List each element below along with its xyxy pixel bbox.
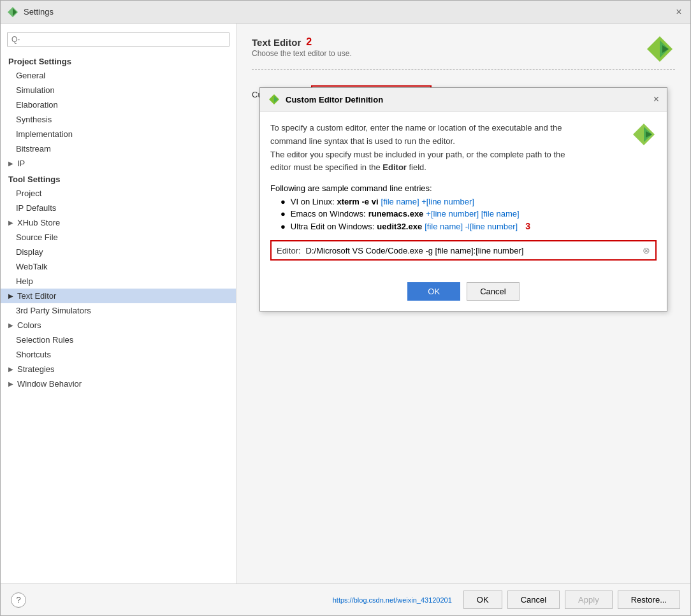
right-panel: Text Editor 2 Choose the text editor to … [236, 24, 690, 584]
editor-input-field[interactable] [306, 246, 637, 255]
dialog-cancel-button[interactable]: Cancel [467, 282, 519, 301]
sidebar-item-text-editor[interactable]: ▶Text Editor [1, 289, 236, 303]
step-2-badge: 2 [306, 36, 312, 48]
sidebar: Project Settings General Simulation Elab… [1, 24, 236, 584]
window-title: Settings [24, 7, 54, 17]
sidebar-item-bitstream[interactable]: Bitstream [1, 141, 236, 156]
sidebar-item-selection-rules[interactable]: Selection Rules [1, 333, 236, 347]
sidebar-item-general[interactable]: General [1, 68, 236, 83]
main-content: Project Settings General Simulation Elab… [1, 24, 690, 584]
dialog-title-text: Custom Editor Definition [286, 95, 383, 104]
panel-logo [644, 34, 675, 66]
sidebar-item-implementation[interactable]: Implementation [1, 127, 236, 141]
help-button[interactable]: ? [11, 592, 26, 608]
sample-ultra: ● Ultra Edit on Windows: uedit32.exe [fi… [280, 221, 657, 231]
sidebar-item-source-file[interactable]: Source File [1, 230, 236, 245]
sidebar-item-window-behavior[interactable]: ▶Window Behavior [1, 376, 236, 391]
search-box [7, 32, 229, 47]
panel-divider [252, 69, 675, 70]
step-3-badge: 3 [525, 221, 530, 231]
dialog-buttons: OK Cancel [260, 280, 667, 311]
dialog-title-left: Custom Editor Definition [268, 93, 383, 106]
sidebar-item-help[interactable]: Help [1, 274, 236, 289]
dialog-close-button[interactable]: × [653, 94, 659, 105]
title-bar-left: Settings [7, 6, 54, 18]
sample-vi: ● VI on Linux: xterm -e vi [file name] +… [280, 197, 657, 206]
sidebar-item-strategies[interactable]: ▶Strategies [1, 362, 236, 376]
dialog-logo-icon [268, 93, 280, 106]
sidebar-item-ip-defaults[interactable]: IP Defaults [1, 201, 236, 215]
samples-label: Following are sample command line entrie… [270, 183, 657, 193]
apply-button[interactable]: Apply [565, 591, 613, 609]
sidebar-item-display[interactable]: Display [1, 245, 236, 259]
sidebar-item-shortcuts[interactable]: Shortcuts [1, 347, 236, 362]
dialog-samples: Following are sample command line entrie… [270, 183, 657, 231]
dialog-body: To specify a custom editor, enter the na… [260, 111, 667, 280]
sidebar-item-synthesis[interactable]: Synthesis [1, 112, 236, 127]
sample-emacs: ● Emacs on Windows: runemacs.exe +[line … [280, 209, 657, 218]
sidebar-item-simulation[interactable]: Simulation [1, 83, 236, 97]
sidebar-item-webtalk[interactable]: WebTalk [1, 259, 236, 274]
vivado-logo-large [644, 34, 675, 64]
panel-subtitle: Choose the text editor to use. [252, 49, 675, 58]
editor-input-label: Editor: [277, 246, 301, 255]
cancel-button[interactable]: Cancel [507, 591, 560, 609]
editor-input-row: Editor: ⊗ [270, 240, 657, 261]
dialog-body-logo [631, 122, 657, 149]
panel-title: Text Editor 2 [252, 36, 675, 48]
dialog-title-bar: Custom Editor Definition × [260, 88, 667, 111]
sidebar-item-xhub-store[interactable]: ▶XHub Store [1, 215, 236, 230]
title-bar: Settings × [1, 1, 690, 24]
close-button[interactable]: × [674, 7, 684, 17]
dialog-overlay: Custom Editor Definition × [236, 75, 690, 584]
app-icon [7, 6, 18, 18]
sidebar-item-colors[interactable]: ▶Colors [1, 318, 236, 333]
sidebar-item-elaboration[interactable]: Elaboration [1, 97, 236, 112]
settings-window: Settings × Project Settings General Simu… [0, 0, 691, 616]
bottom-bar: ? https://blog.csdn.net/weixin_43120201 … [1, 584, 690, 615]
dialog-body-logo-icon [631, 122, 657, 147]
clear-input-button[interactable]: ⊗ [643, 245, 650, 255]
search-input[interactable] [7, 32, 229, 47]
bottom-right: https://blog.csdn.net/weixin_43120201 OK… [333, 591, 680, 609]
sidebar-item-ip[interactable]: ▶IP [1, 156, 236, 171]
bottom-left: ? [11, 592, 26, 608]
project-settings-label: Project Settings [1, 53, 236, 68]
restore-button[interactable]: Restore... [618, 591, 680, 609]
dialog-description: To specify a custom editor, enter the na… [270, 122, 657, 175]
dialog-ok-button[interactable]: OK [407, 282, 460, 301]
sidebar-item-3rd-party[interactable]: 3rd Party Simulators [1, 303, 236, 318]
sidebar-item-project[interactable]: Project [1, 186, 236, 201]
ok-button[interactable]: OK [463, 591, 502, 609]
custom-editor-dialog: Custom Editor Definition × [259, 87, 667, 312]
url-label: https://blog.csdn.net/weixin_43120201 [333, 596, 452, 604]
tool-settings-label: Tool Settings [1, 171, 236, 186]
panel-header: Text Editor 2 Choose the text editor to … [252, 36, 675, 58]
